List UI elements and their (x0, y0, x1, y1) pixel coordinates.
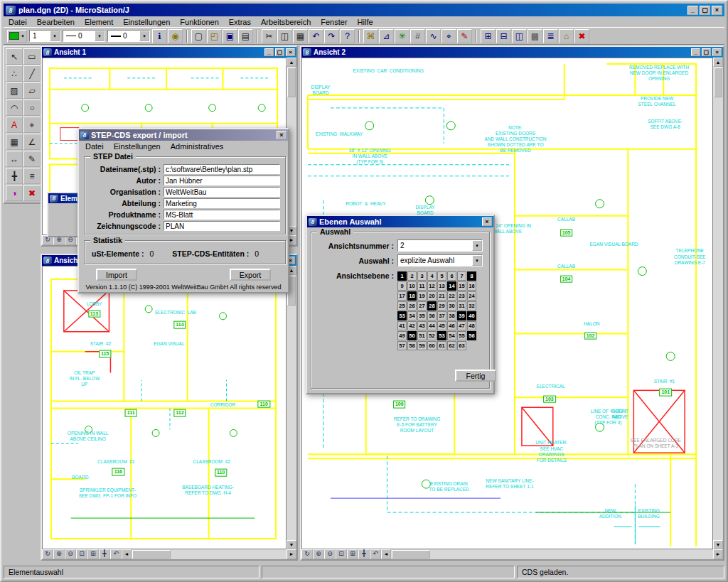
close-button[interactable]: × (712, 48, 722, 56)
level-48[interactable]: 48 (467, 321, 476, 330)
level-38[interactable]: 38 (447, 311, 456, 320)
update-view-icon[interactable]: ↻ (301, 549, 313, 559)
menu-bearbeiten[interactable]: Bearbeiten (32, 17, 80, 27)
level-dropdown[interactable]: 1 ▼ (29, 30, 60, 42)
save-icon[interactable]: ▣ (223, 29, 237, 43)
active-color-swatch[interactable]: ▼ (7, 30, 27, 43)
zoom-in-icon[interactable]: ⊕ (53, 549, 65, 559)
level-54[interactable]: 54 (447, 331, 456, 340)
minimize-button[interactable]: _ (687, 6, 698, 15)
scroll-left-icon[interactable]: ◄ (381, 549, 391, 559)
level-26[interactable]: 26 (407, 301, 417, 311)
polygons-icon[interactable]: ▱ (23, 82, 41, 99)
close-button[interactable]: × (286, 48, 295, 56)
vertical-scrollbar[interactable]: ▲ ▼ (287, 266, 296, 549)
open-view-icon[interactable]: ◫ (512, 29, 527, 43)
level-23[interactable]: 23 (457, 291, 466, 301)
level-62[interactable]: 62 (447, 341, 456, 350)
zoom-out-icon[interactable]: ⊖ (324, 549, 336, 559)
delete-icon[interactable]: ✖ (23, 185, 41, 201)
auswahl-dropdown[interactable]: explizite Auswahl▼ (397, 254, 483, 266)
linear-elements-icon[interactable]: ╱ (23, 65, 41, 82)
view-1-titlebar[interactable]: 8 Ansicht 1 _▢× (42, 47, 296, 58)
fence-icon[interactable]: ▭ (23, 48, 41, 65)
level-39[interactable]: 39 (457, 311, 466, 320)
hatch-icon[interactable]: ▩ (528, 29, 542, 43)
level-29[interactable]: 29 (437, 301, 446, 311)
level-24[interactable]: 24 (467, 291, 476, 301)
maximize-button[interactable]: ▢ (275, 48, 284, 56)
scroll-down-icon[interactable]: ▼ (287, 540, 296, 549)
level-63[interactable]: 63 (457, 341, 466, 350)
scroll-right-icon[interactable]: ► (287, 549, 296, 559)
cut-icon[interactable]: ✂ (262, 29, 277, 43)
popset-icon[interactable]: ✳ (395, 29, 410, 43)
close-button[interactable]: × (277, 131, 287, 139)
scrollbar-thumb[interactable] (132, 550, 171, 559)
change-attributes-icon[interactable]: ✎ (23, 151, 41, 167)
level-56[interactable]: 56 (467, 331, 476, 340)
import-button[interactable]: Import (96, 269, 137, 281)
line-style-dropdown[interactable]: 0 ▼ (63, 30, 105, 42)
update-view-icon[interactable]: ↻ (42, 549, 53, 559)
level-10[interactable]: 10 (407, 281, 417, 291)
view-menu-icon[interactable]: 8 (303, 48, 311, 56)
points-icon[interactable]: ∴ (6, 65, 23, 82)
redline-icon[interactable]: ✎ (457, 29, 472, 43)
menu-einstellungen[interactable]: Einstellungen (118, 17, 175, 27)
level-61[interactable]: 61 (437, 341, 446, 350)
drawing-area-3[interactable]: LOBBY113ELECTRONIC LAB114STAIR #2115EGAN… (42, 266, 287, 549)
zeichnungscode-input[interactable] (164, 221, 280, 231)
level-19[interactable]: 19 (417, 291, 427, 301)
scroll-right-icon[interactable]: ► (713, 549, 723, 559)
step-dialog-titlebar[interactable]: 8 STEP-CDS export / import × (79, 129, 288, 141)
dialog-menu-datei[interactable]: Datei (80, 141, 109, 151)
level-1[interactable]: 1 (397, 271, 407, 281)
paste-icon[interactable]: ▦ (293, 29, 308, 43)
scrollbar-thumb[interactable] (714, 68, 722, 97)
fit-view-icon[interactable]: ⊞ (347, 549, 358, 559)
menu-arbeitsbereich[interactable]: Arbeitsbereich (256, 17, 316, 27)
level-21[interactable]: 21 (437, 291, 446, 301)
pan-icon[interactable]: ╋ (358, 549, 370, 559)
level-11[interactable]: 11 (417, 281, 427, 291)
level-14[interactable]: 14 (447, 281, 456, 291)
level-16[interactable]: 16 (467, 281, 476, 291)
minimize-button[interactable]: _ (264, 48, 274, 56)
menu-funktionen[interactable]: Funktionen (175, 17, 223, 27)
level-53[interactable]: 53 (437, 331, 446, 340)
level-3[interactable]: 3 (417, 271, 427, 281)
horizontal-scrollbar[interactable]: ◄ ► (122, 549, 296, 559)
level-57[interactable]: 57 (397, 341, 407, 350)
level-43[interactable]: 43 (417, 321, 427, 330)
ansichtsnummer-dropdown[interactable]: 2▼ (397, 239, 483, 252)
level-35[interactable]: 35 (417, 311, 427, 320)
open-file-icon[interactable]: ◰ (207, 29, 222, 43)
tile-views-icon[interactable]: ⊞ (481, 29, 496, 43)
produktname-input[interactable] (164, 210, 280, 220)
menu-extras[interactable]: Extras (224, 17, 256, 27)
level-15[interactable]: 15 (457, 281, 466, 291)
key-in-icon[interactable]: ⌘ (363, 29, 378, 43)
models-icon[interactable]: ≣ (543, 29, 558, 43)
help-icon[interactable]: ? (340, 29, 355, 43)
fertig-button[interactable]: Fertig (455, 370, 496, 382)
organisation-input[interactable] (164, 187, 280, 197)
grid-lock-icon[interactable]: # (410, 29, 425, 43)
groups-icon[interactable]: ≡ (23, 168, 41, 184)
new-file-icon[interactable]: ▢ (191, 29, 206, 43)
info-icon[interactable]: ℹ (152, 29, 167, 43)
window-area-icon[interactable]: ⊡ (336, 549, 347, 559)
zoom-out-icon[interactable]: ⊖ (65, 549, 76, 559)
minimize-button[interactable]: _ (691, 48, 700, 56)
level-41[interactable]: 41 (397, 321, 407, 330)
menu-fenster[interactable]: Fenster (316, 17, 352, 27)
scrollbar-thumb[interactable] (392, 550, 430, 559)
dateiname-input[interactable] (164, 164, 280, 174)
palette-icon[interactable]: ◑ (6, 185, 23, 201)
export-button[interactable]: Export (230, 269, 271, 281)
level-2[interactable]: 2 (407, 271, 417, 281)
menu-hilfe[interactable]: Hilfe (353, 17, 378, 27)
level-8[interactable]: 8 (467, 271, 476, 281)
maximize-button[interactable]: ▢ (700, 6, 710, 15)
